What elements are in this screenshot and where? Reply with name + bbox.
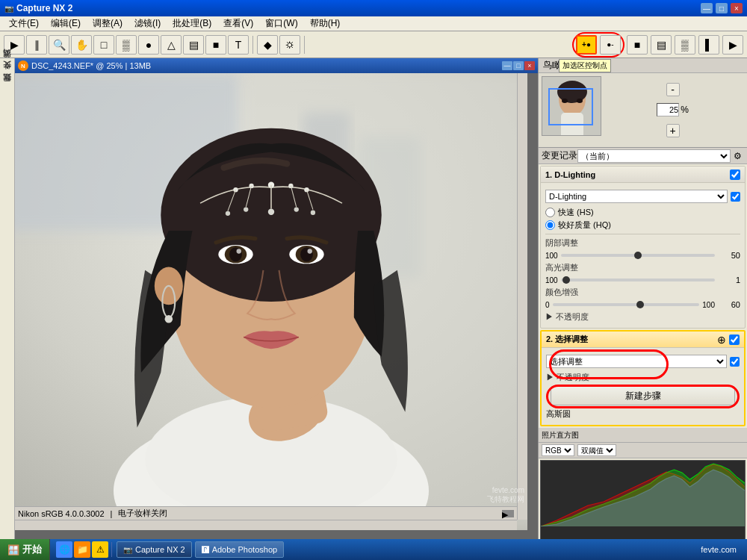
- new-step-area: 新建步骤: [546, 386, 740, 405]
- inner-close[interactable]: ×: [524, 61, 535, 70]
- navigator-thumbnail: [542, 76, 601, 136]
- sidebar-meta[interactable]: 元数据: [0, 85, 14, 91]
- dlighting-mode-select[interactable]: D-Lighting: [545, 190, 728, 203]
- histogram-toolbar: 照片直方图: [539, 428, 747, 443]
- highlight-slider-row: 100 1: [545, 276, 740, 284]
- adj-dropdown[interactable]: （当前）: [577, 149, 731, 163]
- tool-extra1[interactable]: ■: [627, 35, 648, 55]
- selective-expand[interactable]: ⊕: [717, 334, 726, 346]
- tool-add-control-point[interactable]: +●: [576, 35, 597, 55]
- tool-retouch[interactable]: △: [161, 35, 182, 55]
- tool-extra5[interactable]: ▶: [722, 35, 743, 55]
- inner-logo: N: [18, 60, 28, 71]
- tool-hand[interactable]: ✋: [71, 35, 92, 55]
- tool-remove-control-point[interactable]: ●-: [600, 35, 621, 55]
- photo-portrait: [15, 73, 527, 530]
- tool-paint[interactable]: ■: [205, 35, 226, 55]
- tool-select[interactable]: ▶: [4, 35, 25, 55]
- histogram-controls: RGB 双阈值: [539, 443, 747, 458]
- color-slider-row: 0 100 60: [545, 300, 740, 309]
- histogram-section: 照片直方图 RGB 双阈值: [539, 428, 747, 541]
- gaussian-label: 高斯圆: [546, 408, 571, 420]
- selective-checkbox[interactable]: [729, 335, 740, 345]
- svg-point-19: [308, 249, 312, 253]
- inner-window-title: N DSC_4243.NEF* @ 25% | 13MB — □ ×: [15, 58, 538, 73]
- tool-warp[interactable]: ∥: [26, 35, 47, 55]
- opacity-label1: ▶ 不透明度: [545, 311, 740, 323]
- highlight-slider[interactable]: [561, 279, 715, 281]
- horizontal-scrollbar[interactable]: [15, 520, 517, 530]
- radio-hq[interactable]: [545, 220, 555, 230]
- sidebar-browser[interactable]: 浏览器: [0, 61, 14, 67]
- tool-text[interactable]: T: [228, 35, 249, 55]
- quick-launch-folder[interactable]: 📁: [74, 541, 90, 558]
- navigator-content: - % +: [539, 73, 747, 147]
- minimize-button[interactable]: —: [701, 3, 713, 13]
- color-max-label: 100: [702, 301, 715, 309]
- taskbar-separator: [111, 542, 112, 557]
- tool-extra3[interactable]: ▒: [675, 35, 695, 55]
- image-area: N DSC_4243.NEF* @ 25% | 13MB — □ ×: [15, 58, 538, 541]
- toolbar: ▶ ∥ 🔍 ✋ □ ▒ ● △ ▤ ■ T ◆ ⛭ +● ●- 加选区控制点: [0, 31, 747, 58]
- color-slider[interactable]: [553, 303, 700, 306]
- quick-launch-warning[interactable]: ⚠: [92, 541, 108, 558]
- dlighting-mode-check[interactable]: [731, 192, 740, 202]
- menu-edit[interactable]: 编辑(E): [45, 16, 87, 31]
- channel-select[interactable]: RGB: [542, 444, 574, 456]
- tool-eyedropper[interactable]: ◆: [257, 35, 278, 55]
- radio-hs[interactable]: [545, 208, 555, 217]
- adj-header: 变更记录 （当前） ⚙: [539, 148, 747, 164]
- menu-window[interactable]: 窗口(W): [259, 16, 303, 31]
- tool-stamp[interactable]: ●: [138, 35, 159, 55]
- menu-filter[interactable]: 滤镜(I): [128, 16, 167, 31]
- zoom-in-button[interactable]: +: [666, 124, 680, 137]
- inner-maximize[interactable]: □: [513, 61, 524, 70]
- quick-launch-ie[interactable]: 🌐: [56, 541, 72, 558]
- vertical-scrollbar[interactable]: [517, 73, 527, 520]
- shadow-slider[interactable]: [561, 254, 715, 257]
- zoom-out-button[interactable]: -: [666, 83, 680, 96]
- selective-mode-check[interactable]: [730, 357, 740, 367]
- opacity-label2: ▶ 不透明度: [546, 372, 740, 383]
- zoom-display: %: [657, 103, 689, 116]
- divider1: [545, 234, 740, 234]
- dlighting-header[interactable]: 1. D-Lighting: [541, 167, 745, 183]
- color-row: 颜色增强: [545, 287, 740, 298]
- tool-extra4[interactable]: ▌: [698, 35, 719, 55]
- shadow-slider-row: 100 50: [545, 251, 740, 260]
- menu-view[interactable]: 查看(V): [217, 16, 259, 31]
- menu-help[interactable]: 帮助(H): [304, 16, 347, 31]
- selective-header[interactable]: 2. 选择调整 ⊕: [542, 332, 744, 348]
- new-step-label: 新建步骤: [625, 390, 661, 402]
- close-button[interactable]: ×: [731, 3, 743, 13]
- maximize-button[interactable]: □: [716, 3, 728, 13]
- tool-gradient[interactable]: ▤: [183, 35, 204, 55]
- menu-file[interactable]: 文件(E): [3, 16, 45, 31]
- shadow-row: 阴部调整: [545, 237, 740, 249]
- adj-gear-button[interactable]: ⚙: [731, 149, 744, 163]
- svg-point-37: [311, 211, 315, 215]
- tool-extra2[interactable]: ▤: [651, 35, 672, 55]
- scroll-arrow[interactable]: ▶: [502, 510, 514, 517]
- menu-adjust[interactable]: 调整(A): [87, 16, 128, 31]
- app-window: 📷 Capture NX 2 — □ × 文件(E) 编辑(E) 调整(A) 滤…: [0, 0, 747, 539]
- taskbar: 🪟 开始 🌐 📁 ⚠ 📷 Capture NX 2 🅿 Adobe Photos…: [0, 539, 747, 560]
- tool-zoom[interactable]: 🔍: [49, 35, 69, 55]
- dlighting-checkbox[interactable]: [730, 169, 740, 180]
- taskbar-capture[interactable]: 📷 Capture NX 2: [117, 541, 192, 558]
- tool-heal[interactable]: ▒: [116, 35, 137, 55]
- zoom-input[interactable]: [657, 103, 679, 116]
- new-step-button[interactable]: 新建步骤: [551, 386, 735, 405]
- capture-mode: 电子妆样关闭: [118, 508, 167, 519]
- inner-minimize[interactable]: —: [502, 61, 512, 70]
- sidebar-files[interactable]: 文件夹: [0, 73, 14, 79]
- tool-measure[interactable]: ⛭: [279, 35, 300, 55]
- mode-select[interactable]: 双阈值: [577, 444, 616, 456]
- taskbar-photoshop[interactable]: 🅿 Adobe Photoshop: [195, 541, 284, 558]
- start-button[interactable]: 🪟 开始: [0, 539, 50, 560]
- menu-batch[interactable]: 批处理(B): [167, 16, 217, 31]
- taskbar-right: fevte.com: [696, 545, 747, 554]
- selective-mode-select[interactable]: 选择调整: [546, 355, 727, 368]
- dlighting-title: 1. D-Lighting: [545, 170, 730, 179]
- tool-crop[interactable]: □: [93, 35, 114, 55]
